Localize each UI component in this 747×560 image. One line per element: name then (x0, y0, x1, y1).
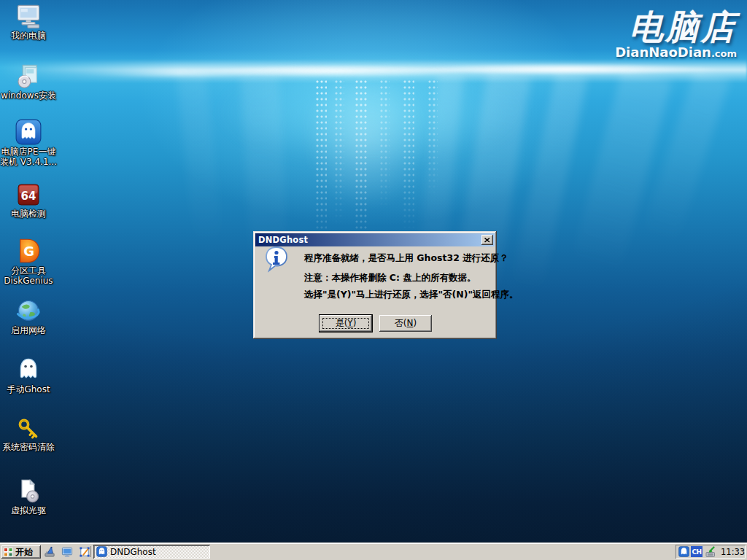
clock: 11:33 (721, 547, 745, 557)
system-tray: CH 11:33 (676, 545, 746, 559)
quick-launch-show-desktop[interactable] (61, 545, 74, 559)
input-method-indicator[interactable]: CH (691, 546, 703, 557)
svg-text:64: 64 (21, 190, 36, 203)
logo-title: 电脑店 (615, 9, 737, 45)
icon-label: 虚拟光驱 (0, 505, 57, 516)
icon-label: windows安装 (0, 90, 57, 101)
my-computer-icon (15, 3, 42, 29)
bubble-stream (315, 79, 327, 250)
desktop-icon-dnd-pe-installer[interactable]: 电脑店PE一键装机 V3.4.1... (0, 119, 57, 167)
icon-label: 启用网络 (0, 325, 57, 335)
svg-text:G: G (23, 244, 34, 259)
icon-label: 手动Ghost (0, 384, 57, 394)
show-desktop-icon (61, 546, 73, 558)
start-button[interactable]: 开始 (1, 545, 41, 559)
edit-capture-icon (79, 546, 90, 558)
no-button[interactable]: 否(N) (379, 315, 432, 332)
icon-label: 分区工具DiskGenius (0, 265, 57, 286)
desktop-icon-password-clear[interactable]: 系统密码清除 (0, 417, 57, 452)
software-box-cd-icon (15, 63, 42, 89)
ghost-task-icon (96, 546, 107, 557)
white-ghost-icon (15, 357, 42, 383)
document-cd-icon (15, 478, 42, 504)
yes-button[interactable]: 是(Y) (320, 315, 372, 332)
logo-subtitle: DianNaoDian (615, 44, 711, 60)
64-badge-icon: 64 (17, 182, 40, 207)
desktop-icon-virtual-cdrom[interactable]: 虚拟光驱 (0, 478, 57, 516)
message-line-1: 程序准备就绪，是否马上用 Ghost32 进行还原？ (304, 252, 508, 265)
start-label: 开始 (15, 546, 33, 559)
blue-ghost-app-icon (15, 119, 42, 145)
taskbar: 开始 (0, 542, 747, 560)
logo-domain: .com (711, 48, 737, 59)
tray-ghost-icon[interactable] (678, 546, 689, 557)
quick-launch-cleanup[interactable] (44, 545, 57, 559)
message-line-2: 注意：本操作将删除 C: 盘上的所有数据。 (304, 272, 476, 284)
message-line-3: 选择"是(Y)"马上进行还原，选择"否(N)"返回程序。 (304, 289, 518, 301)
icon-label: 我的电脑 (0, 31, 57, 41)
task-label: DNDGhost (110, 547, 156, 557)
icon-label: 电脑检测 (0, 209, 57, 219)
dndghost-dialog: DNDGhost 程序准备就绪，是否马上用 Ghost32 进行还原？ 注意：本… (253, 231, 497, 339)
diskgenius-dg-icon: G (15, 238, 42, 264)
bubble-stream (379, 79, 390, 210)
bubble-stream (403, 79, 414, 232)
close-icon (484, 238, 490, 243)
desktop-icon-my-computer[interactable]: 我的电脑 (0, 3, 57, 41)
diannaodian-logo: 电脑店 DianNaoDian.com (615, 9, 737, 61)
dialog-title: DNDGhost (258, 235, 308, 245)
desktop-icon-enable-network[interactable]: 启用网络 (0, 298, 57, 335)
cleanup-brush-icon (44, 546, 55, 558)
bubble-stream (427, 79, 438, 195)
close-button[interactable] (481, 235, 493, 245)
dialog-titlebar[interactable]: DNDGhost (255, 233, 495, 246)
bubble-stream (334, 79, 344, 225)
desktop-icon-manual-ghost[interactable]: 手动Ghost (0, 357, 57, 394)
desktop: 电脑店 DianNaoDian.com 我的电脑 windows安装 (0, 0, 747, 560)
icon-label: 电脑店PE一键装机 V3.4.1... (0, 147, 57, 167)
info-icon (264, 246, 289, 273)
desktop-icon-diskgenius[interactable]: G 分区工具DiskGenius (0, 238, 57, 286)
gold-key-icon (17, 417, 40, 440)
icon-label: 系统密码清除 (0, 442, 57, 452)
remove-hardware-icon[interactable] (704, 546, 716, 558)
desktop-icon-windows-setup[interactable]: windows安装 (0, 63, 57, 101)
start-logo-icon (4, 548, 13, 557)
desktop-icon-pc-check[interactable]: 64 电脑检测 (0, 182, 57, 219)
globe-network-icon (15, 298, 42, 324)
taskbar-item-dndghost[interactable]: DNDGhost (93, 545, 210, 559)
